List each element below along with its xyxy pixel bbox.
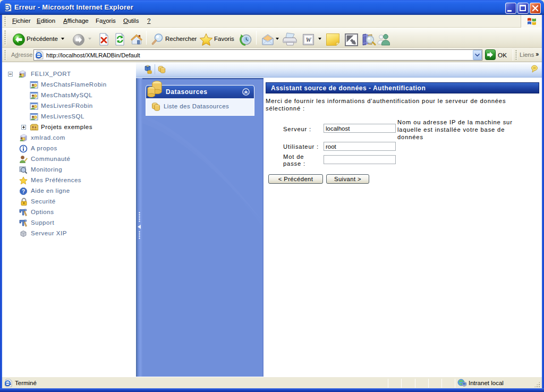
svg-text:?: ? [22,189,25,194]
svg-text:W: W [305,37,311,43]
